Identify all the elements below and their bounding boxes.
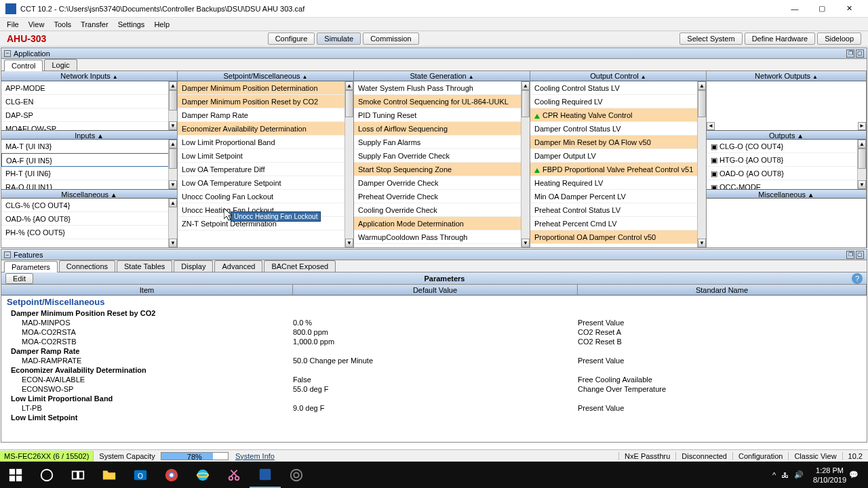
minimize-button[interactable]: — xyxy=(781,0,808,18)
panel-max-icon[interactable]: ▢ xyxy=(856,49,864,58)
list-item[interactable]: DAP-SP xyxy=(1,108,177,122)
list-item[interactable]: Low OA Temperature Diff xyxy=(178,163,353,176)
list-item[interactable]: PID Tuning Reset xyxy=(354,108,530,122)
misc-right-header[interactable]: Miscellaneous ▲ xyxy=(707,189,866,199)
system-tray[interactable]: ^ 🖧 🔊 1:28 PM 8/10/2019 💬 xyxy=(763,466,868,485)
jci-app-icon[interactable] xyxy=(250,462,281,488)
list-item[interactable]: Proportional OA Damper Control v50 xyxy=(530,230,706,244)
maximize-button[interactable]: ▢ xyxy=(808,0,835,18)
menu-file[interactable]: File xyxy=(3,19,23,30)
list-item[interactable]: Preheat Percent Cmd LV xyxy=(530,217,706,230)
list-item[interactable]: ▣ OAD-O {AO OUT8} xyxy=(707,167,866,180)
list-item[interactable]: APP-MODE xyxy=(1,81,177,95)
system-info-link[interactable]: System Info xyxy=(235,452,275,460)
param-row[interactable]: MAD-RAMPRATE50.0 Change per MinutePresen… xyxy=(1,356,867,365)
scrollbar[interactable]: ▲▼ xyxy=(521,81,530,247)
simulate-button[interactable]: Simulate xyxy=(317,33,361,45)
scroll-left-icon[interactable]: ◄ xyxy=(707,122,715,130)
list-item[interactable]: ▣ HTG-O {AO OUT8} xyxy=(707,153,866,167)
tab-advanced[interactable]: Advanced xyxy=(214,260,262,272)
list-item[interactable]: Low OA Temperature Setpoint xyxy=(178,176,353,190)
list-item[interactable]: Low Limit Proportional Band xyxy=(178,136,353,149)
scroll-right-icon[interactable]: ► xyxy=(858,122,866,130)
list-item[interactable]: WarmupCooldown Pass Through xyxy=(354,230,530,244)
list-item[interactable]: Water System Flush Pass Through xyxy=(354,81,530,95)
menu-tools[interactable]: Tools xyxy=(50,19,75,30)
network-outputs-header[interactable]: Network Outputs▲ xyxy=(707,71,866,81)
list-item[interactable]: CLG-% {CO OUT4} xyxy=(1,199,177,212)
scrollbar[interactable]: ▲▼ xyxy=(344,81,353,247)
help-icon[interactable]: ? xyxy=(852,273,863,284)
tab-display[interactable]: Display xyxy=(174,260,213,272)
panel-max-icon[interactable]: ▢ xyxy=(856,251,864,259)
param-row[interactable]: MOA-CO2RSTB1,000.0 ppmCO2 Reset B xyxy=(1,337,867,346)
cortana-icon[interactable] xyxy=(31,462,62,488)
list-item[interactable]: Smoke Control Sequencing for UL-864-UUKL xyxy=(354,95,530,108)
list-item[interactable]: Start Stop Sequencing Zone xyxy=(354,163,530,176)
scrollbar[interactable]: ▲▼ xyxy=(697,81,706,247)
list-item[interactable]: Supply Fan Alarms xyxy=(354,136,530,149)
state-gen-header[interactable]: State Generation▲ xyxy=(354,71,530,81)
param-row[interactable]: LT-PB9.0 deg FPresent Value xyxy=(1,403,867,413)
menu-view[interactable]: View xyxy=(24,19,49,30)
list-item[interactable]: Damper Output LV xyxy=(530,149,706,163)
panel-restore-icon[interactable]: ❐ xyxy=(846,49,854,58)
start-button[interactable] xyxy=(0,462,31,488)
output-ctrl-header[interactable]: Output Control▲ xyxy=(530,71,706,81)
list-item[interactable]: Cooling Control Status LV xyxy=(530,81,706,95)
notifications-icon[interactable]: 💬 xyxy=(849,470,859,479)
list-item[interactable]: PH-% {CO OUT5} xyxy=(1,226,177,239)
select-system-button[interactable]: Select System xyxy=(679,33,742,45)
network-icon[interactable]: 🖧 xyxy=(781,471,789,479)
collapse-icon[interactable]: − xyxy=(4,251,11,258)
list-item[interactable]: Damper Ramp Rate xyxy=(178,108,353,122)
col-default[interactable]: Default Value xyxy=(293,285,578,295)
list-item[interactable]: MA-T {UI IN3} xyxy=(1,140,177,153)
tab-parameters[interactable]: Parameters xyxy=(4,261,58,272)
list-item[interactable]: Application Mode Determination xyxy=(354,217,530,230)
scrollbar[interactable]: ▲▼ xyxy=(168,81,177,130)
list-item[interactable]: Cooling Override Check xyxy=(354,203,530,217)
clock[interactable]: 1:28 PM 8/10/2019 xyxy=(813,466,846,485)
list-item[interactable]: Damper Min Reset by OA Flow v50 xyxy=(530,136,706,149)
panel-restore-icon[interactable]: ❐ xyxy=(846,251,854,259)
list-item[interactable]: Damper Override Check xyxy=(354,176,530,190)
list-item[interactable]: FBPD Proportional Valve Preheat Control … xyxy=(530,163,706,176)
list-item[interactable]: Damper Minimum Position Reset by CO2 xyxy=(178,95,353,108)
param-row[interactable]: ECONSWO-SP55.0 deg FChange Over Temperat… xyxy=(1,384,867,394)
configure-button[interactable]: Configure xyxy=(268,33,315,45)
misc-left-header[interactable]: Miscellaneous ▲ xyxy=(1,189,177,199)
tray-up-icon[interactable]: ^ xyxy=(772,471,776,479)
snip-icon[interactable] xyxy=(218,462,250,488)
chrome-icon[interactable] xyxy=(156,462,187,488)
list-item[interactable]: RA-O {UI IN1} xyxy=(1,180,177,188)
commission-button[interactable]: Commission xyxy=(363,33,419,45)
menu-help[interactable]: Help xyxy=(150,19,174,30)
list-item[interactable]: Economizer Availability Determination xyxy=(178,122,353,136)
tab-connections[interactable]: Connections xyxy=(59,260,115,272)
scrollbar[interactable]: ▲▼ xyxy=(857,140,866,188)
list-item[interactable]: Heating Required LV xyxy=(530,176,706,190)
list-item[interactable]: PH-T {UI IN6} xyxy=(1,167,177,180)
tab-control[interactable]: Control xyxy=(4,60,43,71)
list-item[interactable]: Damper Minimum Position Determination xyxy=(178,81,353,95)
setpoint-header[interactable]: Setpoint/Miscellaneous▲ xyxy=(178,71,353,81)
col-item[interactable]: Item xyxy=(1,285,293,295)
file-explorer-icon[interactable] xyxy=(94,462,125,488)
tab-state-tables[interactable]: State Tables xyxy=(117,260,172,272)
tab-bacnet[interactable]: BACnet Exposed xyxy=(264,260,336,272)
list-item[interactable]: Preheat Override Check xyxy=(354,190,530,203)
network-inputs-header[interactable]: Network Inputs▲ xyxy=(1,71,177,81)
define-hardware-button[interactable]: Define Hardware xyxy=(745,33,816,45)
list-item[interactable]: Cooling Required LV xyxy=(530,95,706,108)
list-item[interactable]: CLG-EN xyxy=(1,95,177,108)
param-row[interactable]: MAD-MINPOS0.0 %Present Value xyxy=(1,318,867,327)
list-item[interactable]: Low Limit Setpoint xyxy=(178,149,353,163)
list-item[interactable]: Damper Control Status LV xyxy=(530,122,706,136)
close-button[interactable]: ✕ xyxy=(835,0,863,18)
ie-icon[interactable] xyxy=(187,462,218,488)
col-standard[interactable]: Standard Name xyxy=(578,285,867,295)
status-view[interactable]: Classic View xyxy=(788,452,842,460)
tab-logic[interactable]: Logic xyxy=(44,59,77,70)
param-row[interactable]: MOA-CO2RSTA800.0 ppmCO2 Reset A xyxy=(1,327,867,337)
